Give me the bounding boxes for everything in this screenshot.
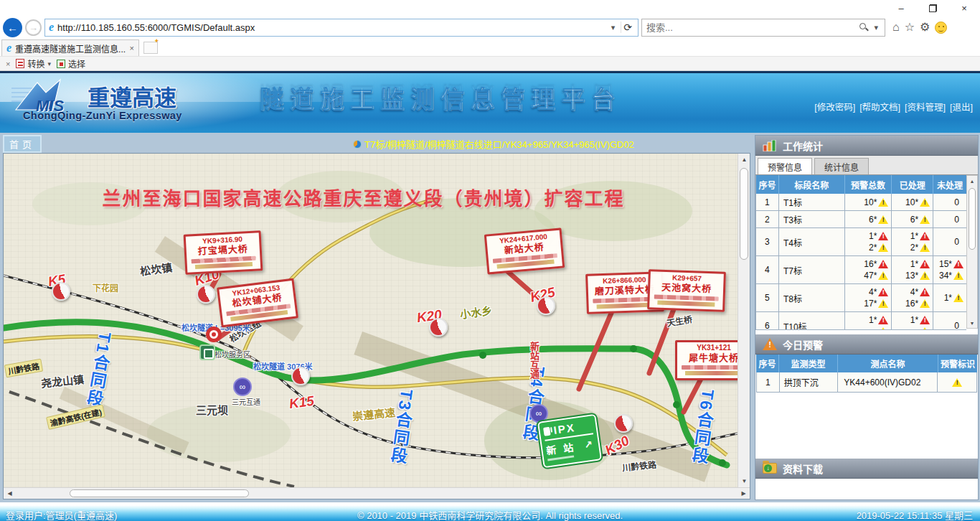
map-project-title: 兰州至海口国家高速公路重庆至遵义段（贵州境）扩容工程 [4,184,723,210]
search-box[interactable]: ▾ [641,19,885,37]
stats-scroll-thumb[interactable] [969,188,976,250]
map-vertical-scrollbar[interactable]: ▲ ▼ [738,154,750,487]
scroll-up-icon[interactable]: ▲ [967,176,977,186]
sidebar: 工作统计 预警信息 统计信息 序号 标段名称 预警总数 已处理 未处理 1T1标… [755,135,979,500]
scroll-right-icon[interactable]: ▶ [738,488,749,499]
bridge-sign[interactable]: YK31+121犀牛塘大桥 [675,340,738,380]
red-warning-icon [953,260,963,268]
bar-chart-icon [763,140,777,151]
highway-exit-sign[interactable]: IPX 新 站↗ [537,414,602,469]
breadcrumb-text: T7标/桐梓隧道/桐梓隧道右线进口/YK34+965/YK34+965(IV)G… [364,137,634,151]
place-label: 新站互通 [527,342,541,379]
today-warning-row[interactable]: 1拱顶下沉YK44+600(IV)GD02 [756,372,977,393]
bridge-sign[interactable]: YK9+316.90打宝塥大桥 [184,230,263,275]
mileage-marker-icon[interactable] [197,285,215,304]
tab-warning-info[interactable]: 预警信息 [758,158,812,174]
yellow-warning-icon [953,271,963,280]
tab-statistics-info[interactable]: 统计信息 [814,158,869,174]
stats-table: 序号 标段名称 预警总数 已处理 未处理 1T1标10*10*02T3标6*6*… [755,175,978,330]
yellow-warning-icon [878,243,888,252]
yellow-warning-icon [920,198,930,207]
main-content: 首页 T7标/桐梓隧道/桐梓隧道右线进口/YK34+965/YK34+965(I… [0,133,980,502]
new-tab-button[interactable] [143,42,158,54]
convert-menu[interactable]: 转换 ▾ [16,57,51,70]
mileage-marker-icon[interactable] [537,296,555,315]
bridge-sign[interactable]: YK24+617.000新站大桥 [484,227,565,274]
place-label: 三元互通 [232,396,260,407]
yellow-warning-icon [878,327,888,330]
settings-gear-icon[interactable]: ⚙ [920,22,930,33]
download-folder-icon [763,463,777,474]
favorites-star-icon[interactable]: ☆ [905,22,915,33]
title-bar: – × [0,0,980,16]
stats-table-row[interactable]: 1T1标10*10*0 [756,194,966,211]
forward-icon: → [29,22,38,33]
convert-dropdown-icon[interactable]: ▾ [47,60,51,67]
browser-tab[interactable]: e 重遵高速隧道施工监测信息... × [1,39,139,56]
search-icon[interactable] [859,22,869,32]
toolbar-close-icon[interactable]: × [6,60,10,68]
download-header: 资料下载 [755,459,978,479]
scroll-up-icon[interactable]: ▲ [739,154,750,165]
home-tab[interactable]: 首页 [3,135,42,153]
refresh-icon[interactable]: ⟳ [621,22,634,33]
stats-table-row[interactable]: 6T10标1*1*0 [756,312,966,330]
horizontal-scroll-thumb[interactable] [70,489,249,497]
datetime: 2019-05-22 15:11:35 星期三 [857,508,973,521]
scroll-left-icon[interactable]: ◀ [4,488,15,499]
red-warning-icon [920,260,930,268]
help-docs-link[interactable]: [帮助文档] [859,100,900,113]
data-management-link[interactable]: [资料管理] [905,100,946,113]
scroll-down-icon[interactable]: ▼ [967,318,977,328]
url-text[interactable]: http://110.185.160.55:6000/TGMIS/Default… [57,22,606,33]
stats-table-row[interactable]: 3T4标1*2*1*2*0 [756,228,966,256]
mileage-marker-icon[interactable] [291,367,310,385]
vertical-scroll-thumb[interactable] [740,168,748,260]
restore-button[interactable] [917,0,948,16]
convert-icon [16,59,24,68]
search-dropdown-icon[interactable]: ▾ [872,23,880,32]
stats-scrollbar[interactable]: ▲ ▼ [966,175,978,329]
select-menu[interactable]: 选择 [57,57,85,70]
page-title-reflection: 隧道施工监测信息管理平台 [260,82,621,108]
minimize-icon: – [898,3,903,14]
change-password-link[interactable]: [修改密码] [814,100,855,113]
search-input[interactable] [646,22,856,33]
stats-tabs: 预警信息 统计信息 [755,156,978,175]
map-horizontal-scrollbar[interactable]: ◀ ▶ [4,487,750,499]
mileage-marker-icon[interactable] [614,414,633,433]
col-handled: 已处理 [892,175,933,194]
close-button[interactable]: × [948,0,980,16]
breadcrumb[interactable]: T7标/桐梓隧道/桐梓隧道右线进口/YK34+965/YK34+965(IV)G… [353,137,634,151]
service-area-icon[interactable] [199,344,215,360]
footer-bar: 登录用户:管理员(重遵高速) © 2010 - 2019 中铁西南科学研究院有限… [0,505,980,521]
red-warning-icon [878,232,888,240]
stats-table-row[interactable]: 4T7标16*47*1*13*15*34* [756,256,966,284]
bridge-sign[interactable]: K29+657天池窝大桥 [647,269,726,312]
logout-link[interactable]: [退出] [950,100,973,113]
stats-table-row[interactable]: 5T8标4*17*4*16*1* [756,284,966,312]
forward-button[interactable]: → [25,19,42,36]
map-canvas[interactable]: 兰州至海口国家高速公路重庆至遵义段（贵州境）扩容工程 IPX 新 站↗ K5K1… [4,154,738,487]
today-rows: 1拱顶下沉YK44+600(IV)GD02 [756,372,977,393]
interchange-icon[interactable]: ∞ [233,377,252,396]
stats-rows: 1T1标10*10*02T3标6*6*03T4标1*2*1*2*04T7标16*… [756,194,966,330]
command-bar: × 转换 ▾ 选择 [0,56,980,71]
feedback-smiley-icon[interactable] [935,22,947,34]
stats-table-row[interactable]: 2T3标6*6*0 [756,211,966,228]
scroll-down-icon[interactable]: ▼ [739,476,750,487]
home-icon[interactable]: ⌂ [892,22,900,33]
copyright: © 2010 - 2019 中铁西南科学研究院有限公司. All rights … [357,508,623,521]
tab-close-icon[interactable]: × [130,44,134,52]
back-button[interactable]: ← [3,18,22,37]
col-seq: 序号 [756,175,779,194]
mileage-marker-icon[interactable] [52,282,70,301]
minimize-button[interactable]: – [885,0,917,16]
address-bar[interactable]: e http://110.185.160.55:6000/TGMIS/Defau… [44,19,639,37]
mileage-marker-icon[interactable] [429,318,448,337]
interchange-icon[interactable] [206,327,222,342]
interchange-icon[interactable]: ∞ [529,404,548,423]
address-dropdown-icon[interactable]: ▾ [609,23,618,32]
app-header: MIS 重遵高速 ChongQing-ZunYi Expressway 隧道施工… [0,71,980,133]
stats-table-header: 序号 标段名称 预警总数 已处理 未处理 [756,175,966,194]
